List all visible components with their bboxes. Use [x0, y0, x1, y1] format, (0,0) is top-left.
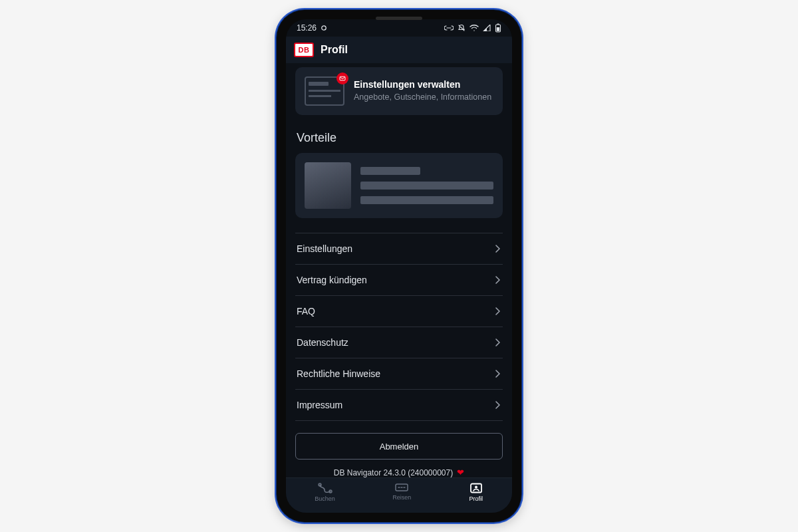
bell-off-icon: [458, 24, 466, 32]
screen: 15:26 DB Profil: [286, 19, 512, 513]
profile-icon: [469, 482, 483, 494]
wifi-icon: [469, 25, 479, 31]
placeholder-lines: [360, 162, 493, 209]
bottom-nav: Buchen Reisen Profil: [286, 477, 512, 513]
chevron-right-icon: [495, 307, 500, 315]
signal-icon: [483, 25, 491, 31]
app-header: DB Profil: [286, 37, 512, 63]
manage-settings-title: Einstellungen verwalten: [354, 79, 491, 90]
menu-label: Vertrag kündigen: [297, 275, 367, 285]
menu-item-einstellungen[interactable]: Einstellungen: [295, 233, 503, 265]
status-time: 15:26: [297, 23, 317, 33]
content-area: Einstellungen verwalten Angebote, Gutsch…: [286, 63, 512, 477]
status-bar: 15:26: [286, 19, 512, 37]
menu-label: Impressum: [297, 400, 342, 410]
svg-point-0: [322, 26, 326, 30]
chevron-right-icon: [495, 245, 500, 253]
svg-rect-3: [497, 27, 499, 31]
menu-item-rechtliche-hinweise[interactable]: Rechtliche Hinweise: [295, 358, 503, 390]
nav-label: Reisen: [392, 494, 411, 501]
route-icon: [318, 482, 332, 494]
page-title: Profil: [321, 44, 348, 56]
menu-label: Datenschutz: [297, 337, 348, 348]
logout-button[interactable]: Abmelden: [295, 433, 503, 460]
nav-item-profil[interactable]: Profil: [469, 482, 483, 502]
logout-label: Abmelden: [380, 442, 419, 452]
svg-rect-2: [497, 24, 499, 25]
settings-list: Einstellungen Vertrag kündigen FAQ Daten…: [295, 233, 503, 421]
section-title-vorteile: Vorteile: [297, 131, 503, 145]
menu-label: FAQ: [297, 306, 315, 317]
notification-dot-icon: [321, 25, 327, 31]
chevron-right-icon: [495, 276, 500, 284]
chevron-right-icon: [495, 401, 500, 409]
chevron-right-icon: [495, 338, 500, 346]
nav-label: Buchen: [315, 495, 335, 502]
svg-point-9: [475, 486, 477, 489]
link-icon: [444, 25, 454, 31]
menu-item-vertrag-kuendigen[interactable]: Vertrag kündigen: [295, 265, 503, 296]
nav-item-reisen[interactable]: Reisen: [392, 482, 411, 501]
heart-icon: ❤: [457, 467, 464, 477]
battery-icon: [495, 23, 501, 33]
nav-item-buchen[interactable]: Buchen: [315, 482, 335, 502]
chevron-right-icon: [495, 370, 500, 378]
menu-item-faq[interactable]: FAQ: [295, 296, 503, 327]
manage-settings-subtitle: Angebote, Gutscheine, Informationen: [354, 92, 491, 102]
menu-label: Einstellungen: [297, 243, 352, 254]
menu-label: Rechtliche Hinweise: [297, 368, 380, 379]
placeholder-thumbnail: [305, 162, 351, 209]
mail-settings-icon: [305, 76, 344, 106]
ticket-icon: [394, 482, 409, 493]
nav-label: Profil: [469, 495, 483, 502]
manage-settings-card[interactable]: Einstellungen verwalten Angebote, Gutsch…: [295, 67, 503, 115]
db-logo: DB: [294, 43, 314, 57]
advantages-placeholder-card[interactable]: [295, 153, 503, 218]
app-version: DB Navigator 24.3.0 (240000007) ❤: [295, 467, 503, 477]
phone-frame: 15:26 DB Profil: [277, 10, 521, 522]
menu-item-datenschutz[interactable]: Datenschutz: [295, 327, 503, 358]
menu-item-impressum[interactable]: Impressum: [295, 390, 503, 421]
